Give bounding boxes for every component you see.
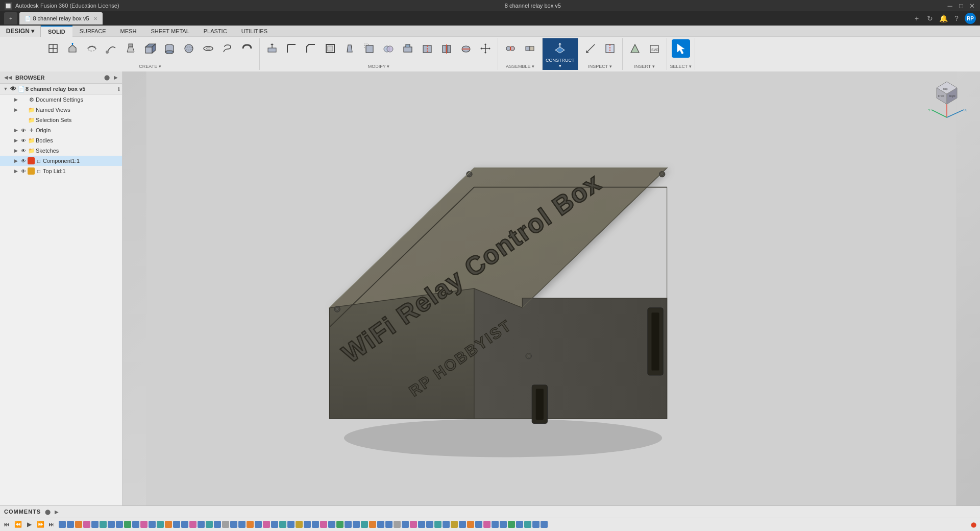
timeline-item[interactable] [100, 521, 107, 528]
comments-expand-button[interactable]: ▶ [55, 509, 59, 515]
tab-close-button[interactable]: ✕ [93, 16, 97, 21]
sphere-button[interactable] [180, 39, 198, 58]
origin-eye-icon[interactable]: 👁 [19, 127, 28, 134]
timeline-item[interactable] [467, 521, 474, 528]
timeline-item[interactable] [263, 521, 270, 528]
new-component-button[interactable] [44, 39, 62, 58]
timeline-item[interactable] [532, 521, 540, 528]
timeline-item[interactable] [361, 521, 368, 528]
select-button[interactable] [672, 39, 690, 58]
component1-eye-icon[interactable]: 👁 [19, 157, 28, 164]
timeline-item[interactable] [271, 521, 278, 528]
timeline-item[interactable] [83, 521, 90, 528]
timeline-item[interactable] [418, 521, 425, 528]
timeline-skip-forward-button[interactable]: ⏭ [47, 520, 56, 529]
timeline-item[interactable] [500, 521, 507, 528]
timeline-item[interactable] [369, 521, 376, 528]
browser-item-selection-sets[interactable]: 👁 📁 Selection Sets [0, 115, 122, 125]
timeline-item[interactable] [67, 521, 74, 528]
tab-utilities[interactable]: UTILITIES [234, 26, 275, 37]
timeline-item[interactable] [345, 521, 352, 528]
offset-plane-button[interactable] [551, 39, 569, 58]
comments-dot-button[interactable]: ⬤ [45, 509, 51, 515]
browser-item-bodies[interactable]: 👁 📁 Bodies [0, 135, 122, 146]
timeline-item[interactable] [132, 521, 139, 528]
timeline-item[interactable] [59, 521, 66, 528]
timeline-record-button[interactable]: ⬤ [969, 520, 978, 529]
timeline-item[interactable] [189, 521, 197, 528]
timeline-item[interactable] [181, 521, 188, 528]
timeline-track[interactable] [58, 520, 967, 528]
timeline-item[interactable] [443, 521, 450, 528]
bodies-eye-icon[interactable]: 👁 [19, 137, 28, 144]
timeline-item[interactable] [426, 521, 433, 528]
timeline-prev-button[interactable]: ⏪ [13, 520, 22, 529]
timeline-item[interactable] [124, 521, 131, 528]
timeline-item[interactable] [402, 521, 409, 528]
combine-button[interactable] [379, 39, 398, 58]
timeline-item[interactable] [230, 521, 237, 528]
move-button[interactable] [476, 39, 495, 58]
timeline-item[interactable] [198, 521, 205, 528]
tab-sheet-metal[interactable]: SHEET METAL [143, 26, 196, 37]
as-built-joint-button[interactable] [521, 39, 539, 58]
tab-document[interactable]: 📄 8 channel relay box v5 ✕ [19, 12, 102, 25]
root-eye-icon[interactable]: 👁 [9, 85, 17, 92]
viewport[interactable]: WiFi Relay Control Box RP HOBBYIST Z Y X [122, 71, 980, 505]
draft-button[interactable] [340, 39, 359, 58]
timeline-item[interactable] [451, 521, 458, 528]
timeline-item[interactable] [173, 521, 180, 528]
timeline-item[interactable] [206, 521, 213, 528]
split-body-button[interactable] [437, 39, 456, 58]
tab-action-add[interactable]: + [912, 13, 922, 23]
browser-expand-button[interactable]: ▶ [113, 75, 119, 80]
timeline-item[interactable] [516, 521, 523, 528]
tab-new[interactable]: + [4, 12, 17, 25]
timeline-item[interactable] [320, 521, 327, 528]
timeline-item[interactable] [214, 521, 221, 528]
tab-action-sync[interactable]: ↻ [925, 13, 935, 23]
timeline-item[interactable] [296, 521, 303, 528]
timeline-item[interactable] [312, 521, 319, 528]
browser-dot-button[interactable]: ⬤ [103, 75, 111, 80]
timeline-item[interactable] [328, 521, 335, 528]
tab-action-user[interactable]: RP [965, 13, 976, 24]
timeline-item[interactable] [91, 521, 99, 528]
box-button[interactable] [141, 39, 159, 58]
timeline-item[interactable] [377, 521, 384, 528]
split-face-button[interactable] [418, 39, 436, 58]
tab-solid[interactable]: SOLID [41, 26, 72, 37]
timeline-item[interactable] [394, 521, 401, 528]
browser-collapse-button[interactable]: ◀◀ [3, 75, 13, 80]
pipe-button[interactable] [238, 39, 256, 58]
tab-action-help[interactable]: ? [951, 13, 962, 23]
timeline-item[interactable] [255, 521, 262, 528]
coil-button[interactable] [218, 39, 237, 58]
tab-surface[interactable]: SURFACE [72, 26, 113, 37]
design-dropdown-button[interactable]: DESIGN ▾ [3, 26, 37, 37]
root-info-button[interactable]: ℹ [118, 86, 120, 92]
tab-plastic[interactable]: PLASTIC [197, 26, 234, 37]
timeline-item[interactable] [165, 521, 172, 528]
browser-item-sketches[interactable]: 👁 📁 Sketches [0, 146, 122, 156]
timeline-item[interactable] [541, 521, 548, 528]
extrude-button[interactable] [63, 39, 82, 58]
torus-button[interactable] [199, 39, 217, 58]
shell-button[interactable] [321, 39, 339, 58]
timeline-item[interactable] [75, 521, 82, 528]
timeline-item[interactable] [434, 521, 442, 528]
timeline-skip-back-button[interactable]: ⏮ [2, 520, 11, 529]
browser-root-item[interactable]: 👁 📄 8 channel relay box v5 ℹ [0, 84, 122, 94]
toplid-eye-icon[interactable]: 👁 [19, 167, 28, 175]
joint-button[interactable] [501, 39, 520, 58]
timeline-item[interactable] [247, 521, 254, 528]
timeline-item[interactable] [353, 521, 360, 528]
close-button[interactable]: ✕ [969, 2, 976, 9]
scale-button[interactable] [360, 39, 378, 58]
replace-face-button[interactable] [399, 39, 417, 58]
browser-item-doc-settings[interactable]: 👁 ⚙ Document Settings [0, 94, 122, 105]
tab-action-notify[interactable]: 🔔 [938, 13, 948, 23]
viewcube[interactable]: Z Y X Top Front Right [924, 77, 970, 123]
measure-button[interactable] [581, 39, 600, 58]
timeline-item[interactable] [475, 521, 482, 528]
